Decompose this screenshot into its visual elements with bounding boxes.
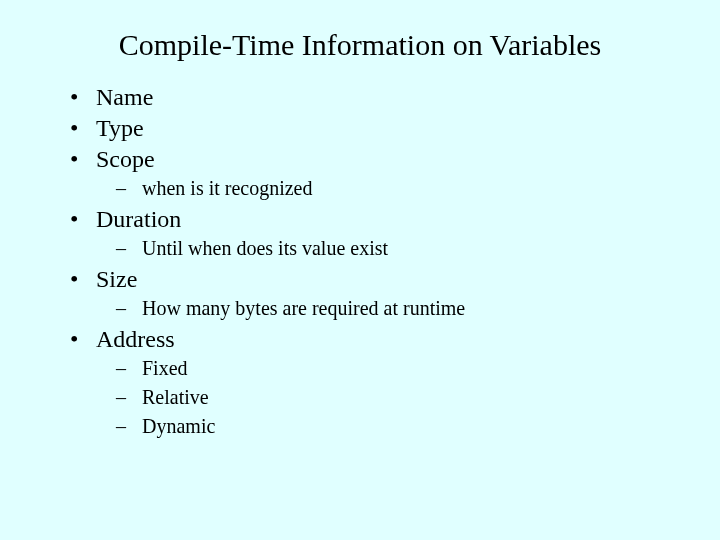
sub-list-item: – when is it recognized <box>116 177 680 200</box>
sub-item-label: Fixed <box>142 357 188 380</box>
dash-icon: – <box>116 297 142 320</box>
sub-item-label: Relative <box>142 386 209 409</box>
sub-list-item: – Fixed <box>116 357 680 380</box>
list-item: • Address <box>70 326 680 353</box>
sub-item-label: when is it recognized <box>142 177 313 200</box>
item-label: Duration <box>96 206 181 233</box>
list-item: • Duration <box>70 206 680 233</box>
item-label: Type <box>96 115 144 142</box>
list-item: • Size <box>70 266 680 293</box>
slide: Compile-Time Information on Variables • … <box>0 0 720 540</box>
sub-item-label: Dynamic <box>142 415 215 438</box>
sub-list-item: – Dynamic <box>116 415 680 438</box>
list-item: • Name <box>70 84 680 111</box>
bullet-icon: • <box>70 326 96 353</box>
sub-list-item: – How many bytes are required at runtime <box>116 297 680 320</box>
bullet-icon: • <box>70 115 96 142</box>
dash-icon: – <box>116 177 142 200</box>
bullet-icon: • <box>70 146 96 173</box>
item-label: Scope <box>96 146 155 173</box>
bullet-icon: • <box>70 84 96 111</box>
item-label: Address <box>96 326 175 353</box>
sub-item-label: How many bytes are required at runtime <box>142 297 465 320</box>
item-label: Name <box>96 84 153 111</box>
dash-icon: – <box>116 386 142 409</box>
list-item: • Scope <box>70 146 680 173</box>
bullet-icon: • <box>70 206 96 233</box>
bullet-icon: • <box>70 266 96 293</box>
item-label: Size <box>96 266 137 293</box>
dash-icon: – <box>116 357 142 380</box>
sub-list-item: – Until when does its value exist <box>116 237 680 260</box>
slide-title: Compile-Time Information on Variables <box>40 28 680 62</box>
dash-icon: – <box>116 237 142 260</box>
dash-icon: – <box>116 415 142 438</box>
list-item: • Type <box>70 115 680 142</box>
sub-list-item: – Relative <box>116 386 680 409</box>
sub-item-label: Until when does its value exist <box>142 237 388 260</box>
